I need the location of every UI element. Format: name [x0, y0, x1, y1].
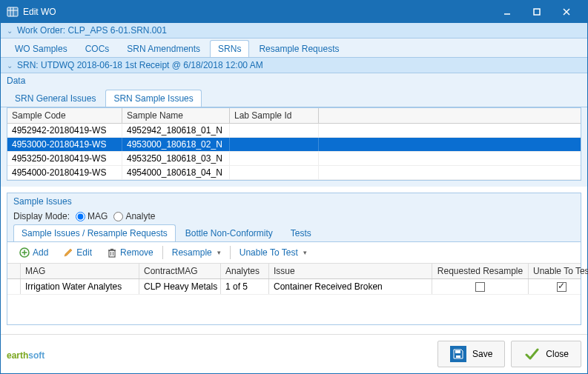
- footer: earthsoft Save Close: [1, 334, 587, 373]
- data-section-label: Data: [1, 73, 587, 88]
- maximize-button[interactable]: [522, 1, 552, 23]
- chevron-down-icon: ⌄: [7, 61, 13, 70]
- resample-dropdown[interactable]: Resample: [166, 245, 227, 260]
- srn-tabs: SRN General Issues SRN Sample Issues: [1, 88, 587, 107]
- srn-expander[interactable]: ⌄ SRN: UTDWQ 2018-06-18 1st Receipt @ 6/…: [1, 58, 587, 73]
- tab-tests[interactable]: Tests: [283, 224, 320, 241]
- display-mode-label: Display Mode:: [13, 211, 70, 221]
- tab-srn-general-issues[interactable]: SRN General Issues: [7, 90, 104, 107]
- unable-to-test-checkbox[interactable]: [529, 279, 588, 294]
- table-row[interactable]: 4953000-20180419-WS 4953000_180618_02_N: [7, 138, 581, 152]
- table-row[interactable]: 4954000-20180419-WS 4954000_180618_04_N: [7, 166, 581, 180]
- titlebar: Edit WO: [1, 1, 587, 23]
- requested-resample-checkbox[interactable]: [432, 279, 529, 294]
- col-lab-sample-id[interactable]: Lab Sample Id: [230, 108, 319, 123]
- col-mag[interactable]: MAG: [21, 264, 139, 278]
- col-sample-name[interactable]: Sample Name: [122, 108, 230, 123]
- sample-grid: Sample Code Sample Name Lab Sample Id 49…: [7, 107, 581, 181]
- col-handle: [7, 264, 21, 278]
- save-icon: [450, 346, 466, 362]
- issues-toolbar: Add Edit Remove Resample Unable To Test: [7, 242, 581, 264]
- srn-label: SRN: UTDWQ 2018-06-18 1st Receipt @ 6/18…: [17, 60, 263, 70]
- table-row[interactable]: 4953250-20180419-WS 4953250_180618_03_N: [7, 152, 581, 166]
- tab-sample-issues-resample[interactable]: Sample Issues / Resample Requests: [13, 224, 176, 241]
- plus-icon: [19, 247, 30, 258]
- pencil-icon: [63, 247, 73, 258]
- close-button[interactable]: [552, 1, 581, 23]
- trash-icon: [107, 247, 117, 258]
- svg-rect-5: [534, 9, 540, 15]
- col-contract-mag[interactable]: ContractMAG: [139, 264, 221, 278]
- edit-button[interactable]: Edit: [57, 245, 98, 260]
- col-sample-code[interactable]: Sample Code: [7, 108, 122, 123]
- sample-issues-title: Sample Issues: [7, 193, 581, 210]
- svg-rect-17: [456, 355, 460, 358]
- svg-rect-0: [7, 7, 18, 16]
- earthsoft-logo: earthsoft: [7, 347, 44, 362]
- sample-issues-panel: Sample Issues Display Mode: MAG Analyte …: [7, 193, 581, 325]
- tab-wo-samples[interactable]: WO Samples: [7, 40, 76, 57]
- table-row[interactable]: 4952942-20180419-WS 4952942_180618_01_N: [7, 124, 581, 138]
- mode-mag-radio[interactable]: MAG: [76, 211, 108, 221]
- work-order-label: Work Order: CLP_APS 6-01.SRN.001: [17, 25, 167, 36]
- chevron-down-icon: ⌄: [7, 27, 13, 35]
- app-icon: [7, 6, 19, 18]
- tab-resample-requests[interactable]: Resample Requests: [251, 40, 347, 57]
- main-tabs: WO Samples COCs SRN Amendments SRNs Resa…: [1, 39, 587, 58]
- unable-to-test-dropdown[interactable]: Unable To Test: [234, 245, 313, 260]
- issues-grid: MAG ContractMAG Analytes Issue Requested…: [7, 264, 581, 324]
- add-button[interactable]: Add: [13, 245, 54, 260]
- tab-cocs[interactable]: COCs: [77, 40, 118, 57]
- svg-rect-16: [455, 350, 460, 353]
- display-mode-row: Display Mode: MAG Analyte: [7, 210, 581, 224]
- table-row[interactable]: Irrigation Water Analytes CLP Heavy Meta…: [7, 279, 581, 295]
- save-button[interactable]: Save: [437, 341, 505, 367]
- sample-issues-tabs: Sample Issues / Resample Requests Bottle…: [7, 224, 581, 242]
- tab-srn-sample-issues[interactable]: SRN Sample Issues: [105, 90, 201, 107]
- window-title: Edit WO: [23, 7, 492, 17]
- minimize-button[interactable]: [492, 1, 522, 23]
- col-issue[interactable]: Issue: [269, 264, 432, 278]
- tab-srns[interactable]: SRNs: [210, 40, 249, 57]
- check-icon: [523, 346, 540, 362]
- col-requested-resample[interactable]: Requested Resample: [432, 264, 529, 278]
- svg-rect-11: [109, 250, 115, 257]
- col-unable-to-test[interactable]: Unable To Test: [529, 264, 588, 278]
- remove-button[interactable]: Remove: [101, 245, 159, 260]
- col-analytes[interactable]: Analytes: [221, 264, 269, 278]
- tab-srn-amendments[interactable]: SRN Amendments: [119, 40, 208, 57]
- work-order-expander[interactable]: ⌄ Work Order: CLP_APS 6-01.SRN.001: [1, 23, 587, 39]
- mode-analyte-radio[interactable]: Analyte: [113, 211, 155, 221]
- close-button-footer[interactable]: Close: [511, 341, 581, 367]
- tab-bottle-nonconformity[interactable]: Bottle Non-Conformity: [177, 224, 281, 241]
